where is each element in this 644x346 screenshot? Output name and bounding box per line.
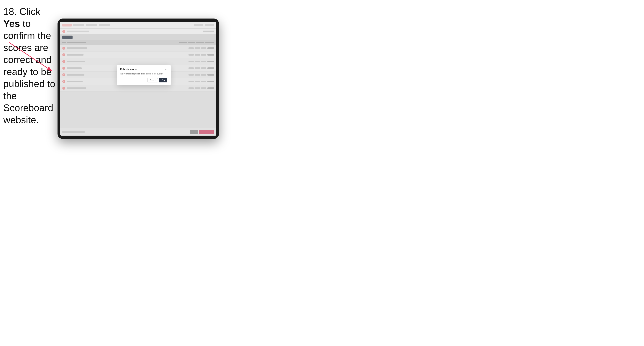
modal-title: Publish scores (120, 68, 137, 71)
instruction-bold: Yes (3, 18, 20, 29)
step-number: 18. (3, 6, 17, 17)
publish-scores-modal: Publish scores × Are you ready to publis… (117, 65, 171, 85)
modal-header: Publish scores × (120, 68, 167, 71)
instruction-text: 18. Click Yes to confirm the scores are … (3, 5, 57, 126)
tablet-screen: 1 2 3 (60, 22, 216, 136)
cancel-button[interactable]: Cancel (147, 78, 158, 82)
tablet-device: 1 2 3 (58, 18, 219, 139)
modal-footer: Cancel Yes (120, 78, 167, 82)
modal-body-text: Are you ready to publish these scores to… (120, 73, 167, 75)
modal-close-button[interactable]: × (164, 68, 167, 71)
yes-button[interactable]: Yes (159, 78, 167, 82)
modal-overlay: Publish scores × Are you ready to publis… (60, 22, 216, 136)
instruction-after: to confirm the scores are correct and re… (3, 18, 55, 125)
instruction-before: Click (17, 6, 40, 17)
